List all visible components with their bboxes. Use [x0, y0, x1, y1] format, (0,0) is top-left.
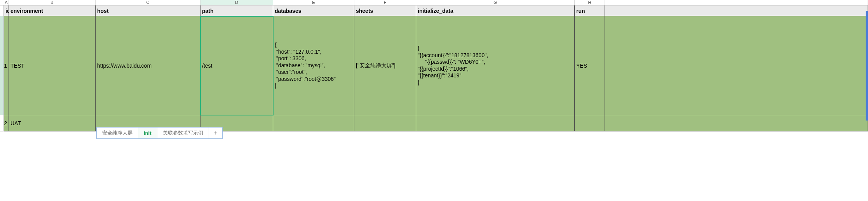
col-letter-E[interactable]: E: [273, 0, 354, 5]
header-environment[interactable]: environment: [9, 5, 96, 16]
row-number-2[interactable]: [0, 115, 4, 131]
cell-id-2[interactable]: 2: [4, 115, 9, 131]
cell-id-1[interactable]: 1: [4, 16, 9, 115]
cell-databases-2[interactable]: [273, 115, 354, 131]
header-host[interactable]: host: [96, 5, 200, 16]
table-row: 1 TEST https://www.baidu.com /test { "ho…: [0, 16, 868, 115]
header-path[interactable]: path: [200, 5, 273, 16]
grid: id environment host path databases sheet…: [0, 5, 868, 131]
cell-environment-1[interactable]: TEST: [9, 16, 96, 115]
header-sheets[interactable]: sheets: [354, 5, 416, 16]
row-corner: [0, 5, 4, 16]
col-letter-A[interactable]: A: [4, 0, 9, 5]
header-initialize-data[interactable]: initialize_data: [416, 5, 575, 16]
cell-run-2[interactable]: [575, 115, 605, 131]
cell-databases-1[interactable]: { "host": "127.0.0.1", "port": 3306, "da…: [273, 16, 354, 115]
cell-environment-2[interactable]: UAT: [9, 115, 96, 131]
cell-sheets-2[interactable]: [354, 115, 416, 131]
cell-run-1[interactable]: YES: [575, 16, 605, 115]
cell-host-1[interactable]: https://www.baidu.com: [96, 16, 200, 115]
cell-sheets-1[interactable]: ["安全纯净大屏"]: [354, 16, 416, 115]
scroll-indicator[interactable]: [866, 11, 868, 121]
col-letter-H[interactable]: H: [575, 0, 605, 5]
col-letter-B[interactable]: B: [9, 0, 96, 5]
col-letter-G[interactable]: G: [416, 0, 575, 5]
header-id[interactable]: id: [4, 5, 9, 16]
worksheet-tabs: 安全纯净大屏 init 关联参数填写示例 +: [96, 127, 223, 139]
col-letter-C[interactable]: C: [96, 0, 200, 5]
header-row: id environment host path databases sheet…: [0, 5, 868, 16]
col-letter-F[interactable]: F: [354, 0, 416, 5]
header-tail: [605, 5, 868, 16]
tab-sheet-init[interactable]: init: [138, 128, 157, 138]
cell-path-1[interactable]: /test: [200, 16, 273, 115]
cell-tail-2: [605, 115, 868, 131]
tab-add-sheet[interactable]: +: [209, 128, 222, 138]
col-letter-D[interactable]: D: [200, 0, 273, 5]
header-databases[interactable]: databases: [273, 5, 354, 16]
tab-sheet-1[interactable]: 安全纯净大屏: [97, 128, 138, 138]
corner: [0, 0, 4, 5]
header-run[interactable]: run: [575, 5, 605, 16]
spreadsheet: A B C D E F G H id environment host path…: [0, 0, 868, 201]
cell-initialize-data-1[interactable]: { "{{account}}":"18127813600", "{{passwd…: [416, 16, 575, 115]
cell-tail-1: [605, 16, 868, 115]
row-number-1[interactable]: [0, 16, 4, 115]
tab-sheet-example[interactable]: 关联参数填写示例: [157, 128, 209, 138]
cell-initialize-data-2[interactable]: [416, 115, 575, 131]
col-letter-tail: [605, 0, 868, 5]
column-letter-bar: A B C D E F G H: [0, 0, 868, 5]
init-data-json: { "{{account}}":"18127813600", "{{passwd…: [418, 45, 488, 86]
databases-json: { "host": "127.0.0.1", "port": 3306, "da…: [275, 42, 336, 89]
